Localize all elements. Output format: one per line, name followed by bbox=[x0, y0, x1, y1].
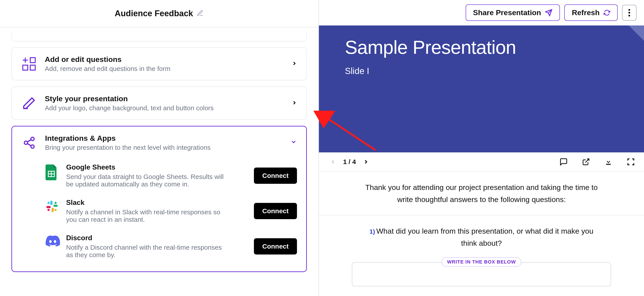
integration-desc: Notify a channel in Slack with real-time… bbox=[66, 208, 224, 223]
svg-point-26 bbox=[628, 15, 630, 16]
slide-hero: Sample Presentation Slide I bbox=[319, 26, 644, 152]
share-presentation-button[interactable]: Share Presentation bbox=[466, 4, 560, 21]
svg-rect-0 bbox=[30, 58, 35, 62]
svg-rect-2 bbox=[30, 65, 35, 70]
svg-line-28 bbox=[585, 159, 589, 163]
integration-google-sheets: Google Sheets Send your data straight to… bbox=[21, 158, 297, 193]
page-title: Audience Feedback bbox=[115, 9, 193, 18]
svg-point-18 bbox=[48, 202, 50, 204]
svg-rect-15 bbox=[53, 205, 58, 207]
next-slide-button[interactable] bbox=[361, 156, 371, 168]
card-title: Integrations & Apps bbox=[45, 134, 282, 142]
integration-discord: Discord Notify a Discord channel with th… bbox=[21, 228, 297, 264]
collapsed-card-peek bbox=[12, 33, 307, 42]
send-icon bbox=[545, 9, 552, 16]
card-subtitle: Add, remove and edit questions in the fo… bbox=[45, 65, 284, 72]
svg-point-19 bbox=[54, 202, 57, 204]
svg-rect-16 bbox=[52, 208, 54, 212]
slide-toolbar: 1 / 4 bbox=[319, 152, 644, 171]
left-panel: Audience Feedback Add bbox=[0, 0, 319, 296]
svg-rect-1 bbox=[23, 65, 28, 70]
card-subtitle: Add your logo, change background, text a… bbox=[45, 104, 284, 112]
prev-slide-button bbox=[328, 156, 338, 168]
question-body: What did you learn from this presentatio… bbox=[376, 227, 593, 247]
svg-point-22 bbox=[49, 240, 52, 243]
comment-icon[interactable] bbox=[559, 158, 568, 166]
slide-title: Sample Presentation bbox=[345, 36, 618, 58]
download-icon[interactable] bbox=[604, 158, 613, 166]
svg-line-10 bbox=[28, 144, 31, 146]
svg-rect-17 bbox=[46, 206, 51, 208]
connect-button[interactable]: Connect bbox=[254, 168, 297, 184]
chevron-down-icon[interactable] bbox=[290, 138, 297, 147]
refresh-label: Refresh bbox=[572, 8, 600, 17]
annotation-arrow bbox=[310, 111, 380, 159]
svg-rect-29 bbox=[606, 164, 611, 165]
slide-subtitle: Slide I bbox=[345, 66, 618, 76]
card-subtitle: Bring your presentation to the next leve… bbox=[45, 144, 282, 151]
share-label: Share Presentation bbox=[473, 8, 541, 17]
svg-point-23 bbox=[54, 240, 56, 243]
fullscreen-icon[interactable] bbox=[626, 158, 635, 166]
intro-block: Thank you for attending our project pres… bbox=[319, 171, 644, 215]
question-number: 1) bbox=[370, 228, 375, 235]
refresh-button[interactable]: Refresh bbox=[564, 4, 618, 21]
page-indicator: 1 / 4 bbox=[343, 158, 356, 166]
card-title: Add or edit questions bbox=[45, 55, 284, 64]
right-header: Share Presentation Refresh bbox=[319, 0, 644, 26]
svg-point-21 bbox=[48, 209, 50, 211]
discord-icon bbox=[46, 235, 59, 248]
integration-slack: Slack Notify a channel in Slack with rea… bbox=[21, 193, 297, 228]
pencil-icon bbox=[21, 96, 37, 110]
slack-icon bbox=[46, 200, 59, 213]
svg-point-8 bbox=[31, 145, 34, 148]
card-add-edit-questions[interactable]: Add or edit questions Add, remove and ed… bbox=[12, 47, 307, 80]
svg-point-7 bbox=[24, 141, 28, 144]
refresh-icon bbox=[604, 10, 610, 16]
svg-rect-14 bbox=[50, 201, 52, 205]
connect-button[interactable]: Connect bbox=[254, 203, 297, 219]
share-icon bbox=[21, 136, 37, 149]
open-external-icon[interactable] bbox=[582, 158, 590, 166]
grid-plus-icon bbox=[21, 56, 37, 71]
connect-button[interactable]: Connect bbox=[254, 238, 297, 254]
left-header: Audience Feedback bbox=[0, 0, 318, 28]
integration-name: Discord bbox=[66, 234, 246, 242]
svg-line-27 bbox=[325, 117, 376, 150]
svg-point-6 bbox=[31, 137, 34, 140]
question-text: 1)What did you learn from this presentat… bbox=[361, 225, 602, 249]
svg-point-25 bbox=[628, 12, 630, 14]
integration-name: Google Sheets bbox=[66, 163, 246, 171]
card-integrations: Integrations & Apps Bring your presentat… bbox=[12, 126, 307, 272]
question-block: 1)What did you learn from this presentat… bbox=[319, 215, 644, 296]
right-panel: Share Presentation Refresh Sample Presen… bbox=[319, 0, 644, 296]
card-style-presentation[interactable]: Style your presentation Add your logo, c… bbox=[12, 86, 307, 120]
svg-point-24 bbox=[628, 9, 630, 11]
write-below-pill: WRITE IN THE BOX BELOW bbox=[442, 257, 522, 266]
integration-desc: Send your data straight to Google Sheets… bbox=[66, 173, 224, 188]
chevron-right-icon bbox=[292, 99, 297, 108]
chevron-right-icon bbox=[292, 60, 297, 68]
edit-title-icon[interactable] bbox=[196, 10, 204, 18]
svg-point-20 bbox=[54, 209, 57, 211]
svg-line-9 bbox=[28, 140, 31, 142]
intro-text: Thank you for attending our project pres… bbox=[361, 182, 602, 205]
card-title: Style your presentation bbox=[45, 94, 284, 103]
integration-desc: Notify a Discord channel with the real-t… bbox=[66, 244, 224, 259]
google-sheets-icon bbox=[46, 164, 59, 178]
more-menu-button[interactable] bbox=[622, 5, 636, 21]
integration-name: Slack bbox=[66, 198, 246, 207]
kebab-icon bbox=[628, 9, 630, 16]
